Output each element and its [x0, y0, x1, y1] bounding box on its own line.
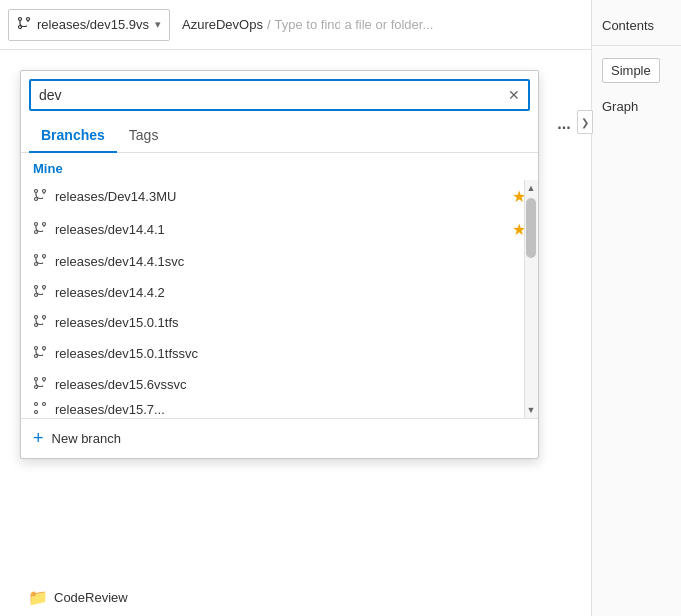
branch-name: releases/Dev14.3MU — [55, 189, 504, 204]
branch-item[interactable]: releases/Dev14.3MU ★ — [21, 180, 538, 213]
svg-point-1 — [27, 18, 30, 21]
branch-selector[interactable]: releases/dev15.9vs ▾ — [8, 9, 170, 41]
svg-point-12 — [35, 255, 38, 258]
branch-item[interactable]: releases/dev15.0.1tfssvc — [21, 338, 538, 369]
tabs-row: Branches Tags — [21, 119, 538, 153]
svg-point-5 — [43, 190, 46, 193]
branch-item[interactable]: releases/dev14.4.1 ★ — [21, 213, 538, 246]
branch-name: releases/dev14.4.1svc — [55, 254, 526, 269]
folder-icon: 📁 — [28, 588, 48, 607]
svg-point-17 — [43, 286, 46, 289]
branch-list: releases/Dev14.3MU ★ releases/dev14.4.1 … — [21, 180, 538, 418]
search-box: ✕ — [29, 79, 530, 111]
folder-name: CodeReview — [54, 590, 128, 605]
top-bar: releases/dev15.9vs ▾ AzureDevOps / Type … — [0, 0, 681, 50]
git-icon — [33, 284, 47, 301]
branch-item[interactable]: releases/dev14.4.1svc — [21, 246, 538, 277]
svg-point-33 — [43, 402, 46, 405]
branch-list-container: releases/Dev14.3MU ★ releases/dev14.4.1 … — [21, 180, 538, 418]
branch-item-partial[interactable]: releases/dev15.7... — [21, 400, 538, 418]
clear-search-button[interactable]: ✕ — [500, 81, 528, 109]
svg-point-4 — [35, 190, 38, 193]
git-icon — [33, 221, 47, 238]
breadcrumb-separator: / — [267, 17, 271, 32]
contents-label: Contents — [592, 10, 664, 41]
svg-point-28 — [35, 378, 38, 381]
chevron-right-icon: ❯ — [581, 117, 589, 128]
svg-point-29 — [43, 378, 46, 381]
svg-point-32 — [35, 402, 38, 405]
chevron-down-icon: ▾ — [155, 18, 161, 31]
git-branch-icon — [17, 16, 31, 33]
branch-name: releases/dev14.4.1 — [55, 222, 504, 237]
svg-point-34 — [35, 410, 38, 413]
git-icon — [33, 345, 47, 362]
git-icon — [33, 188, 47, 205]
tab-branches[interactable]: Branches — [29, 119, 117, 153]
branch-name: releases/dev15.6vssvc — [55, 377, 526, 392]
branch-item[interactable]: releases/dev14.4.2 — [21, 277, 538, 308]
branch-name: releases/dev14.4.2 — [55, 285, 526, 300]
git-icon — [33, 253, 47, 270]
branch-item[interactable]: releases/dev15.0.1tfs — [21, 308, 538, 338]
svg-point-20 — [35, 316, 38, 319]
svg-point-0 — [19, 18, 22, 21]
branch-name: releases/dev15.0.1tfssvc — [55, 346, 526, 361]
simple-button[interactable]: Simple — [602, 58, 660, 83]
branch-name: releases/dev15.7... — [55, 402, 526, 417]
breadcrumb-search-hint: Type to find a file or folder... — [275, 17, 434, 32]
more-options-button[interactable]: ... — [550, 110, 578, 138]
svg-point-24 — [35, 347, 38, 350]
new-branch-button[interactable]: + New branch — [21, 418, 538, 458]
git-icon — [33, 401, 47, 418]
scrollbar-thumb[interactable] — [526, 198, 536, 258]
graph-label: Graph — [592, 91, 648, 122]
svg-point-9 — [43, 223, 46, 226]
search-input[interactable] — [31, 81, 500, 109]
collapse-toggle-button[interactable]: ❯ — [577, 110, 593, 134]
branch-name: releases/dev15.0.1tfs — [55, 315, 526, 330]
folder-item[interactable]: 📁 CodeReview — [20, 584, 136, 611]
svg-point-25 — [43, 347, 46, 350]
svg-point-16 — [35, 286, 38, 289]
plus-icon: + — [33, 428, 44, 449]
svg-point-8 — [35, 223, 38, 226]
git-icon — [33, 376, 47, 393]
branch-item[interactable]: releases/dev15.6vssvc — [21, 369, 538, 400]
branch-dropdown: ✕ Branches Tags Mine — [20, 70, 539, 459]
branch-name-label: releases/dev15.9vs — [37, 17, 149, 32]
tab-tags[interactable]: Tags — [117, 119, 171, 153]
right-panel: Contents Simple Graph — [591, 0, 681, 616]
mine-label: Mine — [21, 153, 538, 180]
svg-point-21 — [43, 316, 46, 319]
scroll-down-button[interactable]: ▼ — [524, 402, 538, 418]
breadcrumb-org: AzureDevOps — [182, 17, 263, 32]
git-icon — [33, 314, 47, 331]
scrollbar-track[interactable]: ▲ ▼ — [524, 180, 538, 418]
right-panel-divider — [592, 45, 681, 46]
svg-point-13 — [43, 255, 46, 258]
scroll-up-button[interactable]: ▲ — [524, 180, 538, 196]
new-branch-label: New branch — [52, 431, 121, 446]
